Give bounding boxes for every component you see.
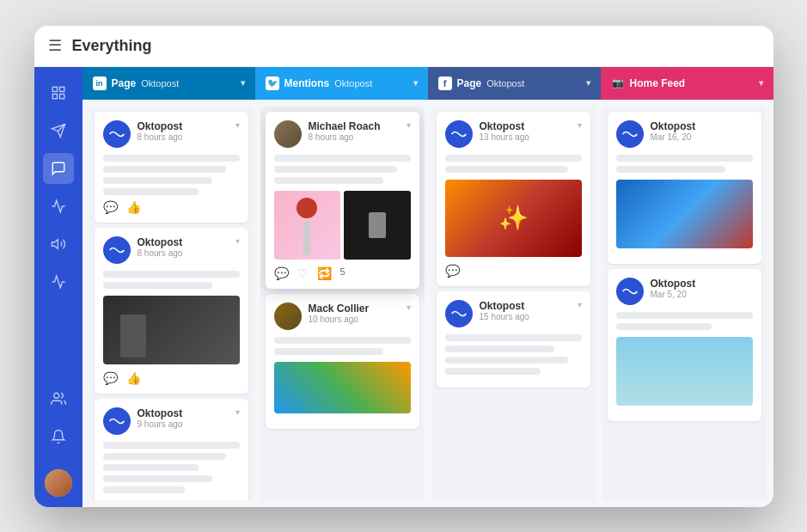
avatar xyxy=(103,120,131,148)
post-header: Oktopost 13 hours ago ▾ xyxy=(445,120,582,148)
comment-action[interactable]: 💬 xyxy=(274,266,289,280)
like-action[interactable]: ♡ xyxy=(297,266,309,280)
tab-instagram[interactable]: 📷 Home Feed ▾ xyxy=(601,67,773,100)
linkedin-icon: in xyxy=(93,76,107,90)
post-time: 13 hours ago xyxy=(480,132,571,142)
post-card: Mack Collier 10 hours ago ▾ xyxy=(266,294,419,429)
post-actions: 💬 xyxy=(445,264,582,278)
avatar xyxy=(274,120,302,148)
post-card-highlighted: Michael Roach 8 hours ago ▾ xyxy=(266,112,419,289)
skeleton xyxy=(274,348,383,355)
post-card: Oktopost Mar 16, 20 xyxy=(608,112,761,264)
facebook-icon: f xyxy=(438,76,452,90)
plug-icon xyxy=(369,212,386,238)
post-expand-icon[interactable]: ▾ xyxy=(235,120,240,130)
post-time: 9 hours ago xyxy=(138,419,229,429)
skeleton xyxy=(103,282,212,289)
post-card: Oktopost 13 hours ago ▾ ✨ 💬 xyxy=(437,112,590,286)
facebook-chevron-icon[interactable]: ▾ xyxy=(586,78,590,88)
post-expand-icon[interactable]: ▾ xyxy=(407,303,411,312)
image-left xyxy=(274,191,341,260)
skeleton xyxy=(103,486,185,493)
post-card: Oktopost 8 hours ago ▾ 💬 👍 xyxy=(95,112,248,223)
avatar xyxy=(445,300,473,327)
avatar xyxy=(103,407,131,435)
instagram-icon: 📷 xyxy=(611,76,625,90)
skeleton xyxy=(445,166,568,173)
post-expand-icon[interactable]: ▾ xyxy=(578,300,582,309)
post-expand-icon[interactable]: ▾ xyxy=(407,120,411,130)
twitter-icon: 🐦 xyxy=(266,76,279,90)
comment-action[interactable]: 💬 xyxy=(103,371,118,385)
page-title: Everything xyxy=(72,37,152,55)
menu-icon[interactable]: ☰ xyxy=(48,36,62,55)
post-expand-icon[interactable]: ▾ xyxy=(235,407,240,417)
post-author: Oktopost xyxy=(651,120,753,132)
post-time: Mar 5, 20 xyxy=(651,290,753,299)
skeleton xyxy=(445,334,582,341)
sidebar xyxy=(34,67,83,507)
retweet-action[interactable]: 🔁 xyxy=(317,266,332,280)
avatar xyxy=(616,120,644,148)
svg-point-7 xyxy=(53,393,58,398)
post-image xyxy=(616,337,753,406)
post-header: Oktopost Mar 5, 20 xyxy=(616,278,753,305)
avatar xyxy=(445,120,473,148)
tab-facebook[interactable]: f Page Oktopost ▾ xyxy=(428,67,601,100)
post-time: 8 hours ago xyxy=(138,248,229,258)
skeleton xyxy=(445,357,568,364)
twitter-tab-label: Mentions xyxy=(284,77,330,89)
send-icon[interactable] xyxy=(43,115,74,146)
skeleton xyxy=(616,312,753,319)
post-card: Oktopost 8 hours ago ▾ 💬 👍 xyxy=(95,228,248,394)
instagram-chevron-icon[interactable]: ▾ xyxy=(759,78,763,88)
post-time: 8 hours ago xyxy=(309,132,400,142)
twitter-chevron-icon[interactable]: ▾ xyxy=(413,78,418,88)
chat-icon[interactable] xyxy=(43,153,74,184)
post-author: Oktopost xyxy=(651,278,753,290)
people-icon[interactable] xyxy=(43,383,74,414)
instagram-column: Oktopost Mar 16, 20 xyxy=(602,107,767,500)
post-time: 10 hours ago xyxy=(309,315,400,324)
instagram-tab-label: Home Feed xyxy=(630,77,686,89)
skeleton xyxy=(445,368,541,375)
grid-icon[interactable] xyxy=(43,77,74,108)
avatar xyxy=(103,236,131,264)
megaphone-icon[interactable] xyxy=(43,229,74,260)
chart-icon[interactable] xyxy=(43,266,74,297)
post-author: Oktopost xyxy=(480,300,571,312)
comment-action[interactable]: 💬 xyxy=(445,264,460,278)
post-image xyxy=(103,296,240,364)
skeleton xyxy=(103,475,212,482)
tab-twitter[interactable]: 🐦 Mentions Oktopost ▾ xyxy=(255,67,428,100)
post-expand-icon[interactable]: ▾ xyxy=(578,120,582,130)
svg-rect-3 xyxy=(59,94,64,98)
lollipop-head xyxy=(297,198,317,218)
bell-icon[interactable] xyxy=(43,421,74,452)
skeleton xyxy=(274,166,397,173)
skeleton xyxy=(103,166,226,173)
content-area: in Page Oktopost ▾ 🐦 Mentions Oktopost ▾… xyxy=(83,67,773,507)
post-author: Oktopost xyxy=(138,120,229,132)
post-expand-icon[interactable]: ▾ xyxy=(235,236,240,246)
reactions-count: 5 xyxy=(340,266,345,280)
inbox-icon[interactable] xyxy=(43,191,74,222)
like-action[interactable]: 👍 xyxy=(126,200,141,214)
post-actions: 💬 ♡ 🔁 5 xyxy=(274,266,411,280)
facebook-column: Oktopost 13 hours ago ▾ ✨ 💬 xyxy=(431,107,596,500)
skeleton xyxy=(616,155,753,162)
post-card: Oktopost Mar 5, 20 xyxy=(608,269,761,421)
skeleton xyxy=(103,271,240,278)
post-time: 15 hours ago xyxy=(480,312,571,321)
linkedin-chevron-icon[interactable]: ▾ xyxy=(241,78,245,88)
skeleton xyxy=(445,345,554,352)
like-action[interactable]: 👍 xyxy=(126,371,141,385)
comment-action[interactable]: 💬 xyxy=(103,200,118,214)
facebook-tab-label: Page xyxy=(457,77,482,89)
tab-linkedin[interactable]: in Page Oktopost ▾ xyxy=(83,67,255,100)
facebook-tab-page: Oktopost xyxy=(486,78,524,89)
post-header: Michael Roach 8 hours ago ▾ xyxy=(274,120,411,148)
user-avatar[interactable] xyxy=(45,469,72,497)
post-author: Michael Roach xyxy=(309,120,400,132)
top-bar: ☰ Everything xyxy=(34,26,773,67)
